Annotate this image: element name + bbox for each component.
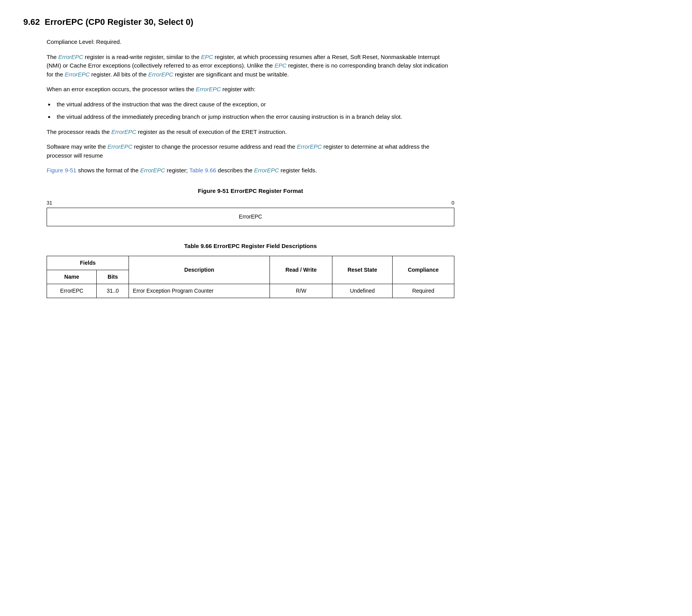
errorepc-link-1[interactable]: ErrorEPC	[58, 54, 83, 60]
section-title: 9.62 ErrorEPC (CP0 Register 30, Select 0…	[23, 16, 669, 28]
errorepc-link-3[interactable]: ErrorEPC	[148, 71, 173, 78]
read-write-header: Read / Write	[270, 256, 332, 284]
table-row: ErrorEPC 31..0 Error Exception Program C…	[47, 284, 454, 298]
epc-link-2[interactable]: EPC	[275, 62, 287, 69]
figure-link[interactable]: Figure 9-51	[47, 167, 77, 174]
row-compliance: Required	[392, 284, 454, 298]
errorepc-link-5[interactable]: ErrorEPC	[111, 128, 136, 135]
table-section: Table 9.66 ErrorEPC Register Field Descr…	[47, 242, 454, 298]
table-title: Table 9.66 ErrorEPC Register Field Descr…	[47, 242, 454, 251]
bits-header: Bits	[97, 270, 129, 284]
register-diagram: 31 0 ErrorEPC	[47, 199, 454, 226]
epc-link-1[interactable]: EPC	[201, 54, 213, 60]
compliance-header: Compliance	[392, 256, 454, 284]
paragraph-3: The processor reads the ErrorEPC registe…	[47, 128, 454, 137]
fields-header: Fields	[47, 256, 129, 270]
description-header: Description	[129, 256, 270, 284]
register-bit-labels: 31 0	[47, 199, 454, 207]
row-name: ErrorEPC	[47, 284, 97, 298]
paragraph-5: Figure 9-51 shows the format of the Erro…	[47, 166, 454, 175]
row-read-write: R/W	[270, 284, 332, 298]
compliance-paragraph: Compliance Level: Required.	[47, 38, 454, 47]
name-header: Name	[47, 270, 97, 284]
errorepc-link-9[interactable]: ErrorEPC	[254, 167, 279, 174]
table-header-row-1: Fields Description Read / Write Reset St…	[47, 256, 454, 270]
errorepc-link-2[interactable]: ErrorEPC	[65, 71, 90, 78]
table-link[interactable]: Table 9.66	[189, 167, 216, 174]
bit-low-label: 0	[452, 199, 454, 207]
register-field-name: ErrorEPC	[239, 213, 262, 221]
errorepc-link-7[interactable]: ErrorEPC	[297, 143, 322, 150]
paragraph-2: When an error exception occurs, the proc…	[47, 85, 454, 94]
row-description: Error Exception Program Counter	[129, 284, 270, 298]
bullet-item-2: the virtual address of the immediately p…	[54, 113, 454, 121]
register-table: Fields Description Read / Write Reset St…	[47, 256, 454, 298]
errorepc-link-4[interactable]: ErrorEPC	[196, 86, 221, 92]
paragraph-4: Software may write the ErrorEPC register…	[47, 142, 454, 160]
bit-high-label: 31	[47, 199, 52, 207]
bullet-item-1: the virtual address of the instruction t…	[54, 100, 454, 109]
bullet-list: the virtual address of the instruction t…	[54, 100, 454, 121]
paragraph-1: The ErrorEPC register is a read-write re…	[47, 53, 454, 79]
reset-state-header: Reset State	[332, 256, 392, 284]
errorepc-link-8[interactable]: ErrorEPC	[140, 167, 165, 174]
figure-title: Figure 9-51 ErrorEPC Register Format	[47, 187, 454, 196]
figure-section: Figure 9-51 ErrorEPC Register Format 31 …	[47, 187, 454, 226]
register-box: ErrorEPC	[47, 208, 454, 226]
row-bits: 31..0	[97, 284, 129, 298]
row-reset-state: Undefined	[332, 284, 392, 298]
errorepc-link-6[interactable]: ErrorEPC	[108, 143, 132, 150]
content-block: Compliance Level: Required. The ErrorEPC…	[47, 38, 454, 298]
